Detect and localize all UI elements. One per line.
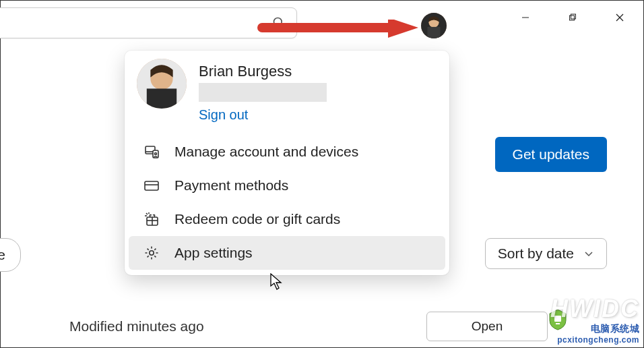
filter-pill-with-device[interactable]: with device (0, 238, 21, 272)
svg-point-27 (150, 251, 154, 255)
menu-item-label: Manage account and devices (174, 144, 358, 160)
user-menu-popup: Brian Burgess Sign out Manage account an… (125, 51, 449, 275)
menu-item-payment-methods[interactable]: Payment methods (129, 169, 445, 202)
account-devices-icon (143, 144, 160, 160)
user-email-redacted (199, 83, 327, 102)
user-avatar (137, 59, 187, 109)
chevron-down-icon (583, 248, 594, 259)
close-button[interactable] (596, 1, 643, 34)
svg-line-25 (146, 213, 148, 214)
menu-item-manage-account[interactable]: Manage account and devices (129, 135, 445, 169)
modified-text: Modified minutes ago (69, 318, 204, 335)
payment-icon (143, 177, 160, 194)
mouse-cursor (270, 273, 284, 291)
window-controls (502, 1, 643, 34)
svg-rect-14 (147, 88, 176, 109)
svg-rect-6 (570, 16, 575, 20)
app-row: Modified minutes ago Open (1, 307, 643, 346)
profile-avatar-button[interactable] (421, 13, 447, 38)
settings-icon (143, 245, 160, 261)
menu-item-app-settings[interactable]: App settings (129, 236, 445, 270)
title-bar (1, 1, 643, 41)
svg-rect-4 (428, 27, 441, 38)
svg-rect-28 (554, 316, 561, 322)
watermark-logo (548, 308, 568, 331)
redeem-icon (143, 211, 160, 227)
sort-label: Sort by date (498, 245, 574, 262)
search-input[interactable] (0, 7, 297, 38)
open-button[interactable]: Open (426, 312, 548, 341)
minimize-button[interactable] (502, 1, 549, 34)
get-updates-button[interactable]: Get updates (495, 137, 607, 172)
maximize-button[interactable] (549, 1, 596, 34)
sign-out-link[interactable]: Sign out (199, 107, 248, 123)
search-icon (272, 16, 286, 30)
sort-by-button[interactable]: Sort by date (485, 238, 607, 269)
user-menu-header: Brian Burgess Sign out (125, 51, 449, 135)
svg-point-0 (274, 18, 282, 26)
svg-line-1 (281, 25, 284, 28)
menu-item-redeem-code[interactable]: Redeem code or gift cards (129, 202, 445, 236)
svg-rect-7 (571, 14, 576, 19)
svg-rect-19 (145, 181, 158, 190)
menu-item-label: Payment methods (174, 177, 288, 194)
user-name: Brian Burgess (199, 63, 327, 80)
menu-item-label: App settings (174, 245, 253, 261)
svg-rect-29 (556, 323, 560, 324)
menu-item-label: Redeem code or gift cards (174, 211, 340, 227)
